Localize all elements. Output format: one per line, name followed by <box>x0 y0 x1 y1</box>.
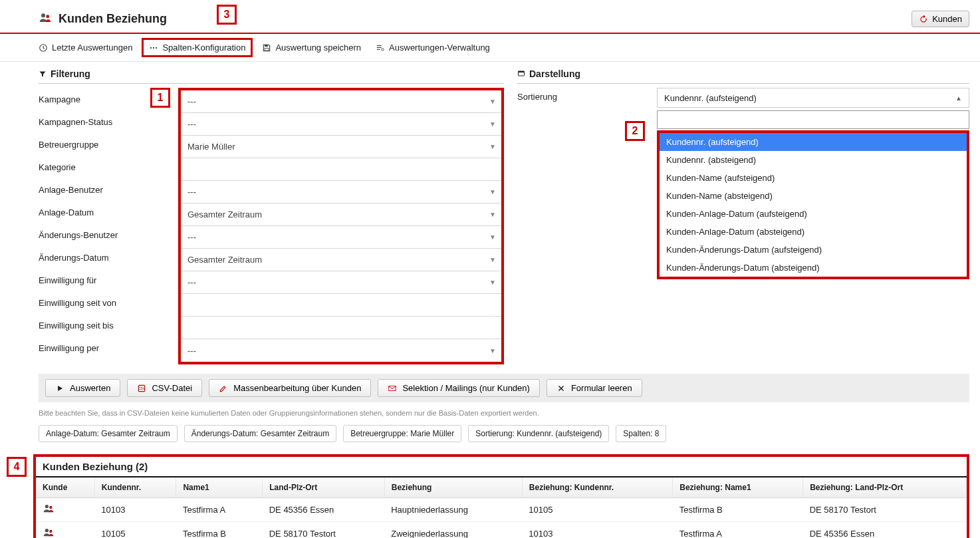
table-header[interactable]: Beziehung: Name1 <box>673 477 803 498</box>
filter-label: Änderungs-Datum <box>39 246 178 269</box>
table-header[interactable]: Kunde <box>36 477 94 498</box>
list-gear-icon <box>376 43 385 53</box>
chevron-down-icon: ▼ <box>489 347 496 354</box>
selection-button[interactable]: Selektion / Mailings (nur Kunden) <box>378 379 540 397</box>
svg-point-0 <box>41 13 45 17</box>
kunden-button[interactable]: Kunden <box>912 11 969 27</box>
people-icon <box>39 12 52 26</box>
toolbar-save-eval[interactable]: Auswertung speichern <box>262 43 361 53</box>
chevron-down-icon: ▼ <box>489 98 496 105</box>
filter-select[interactable]: ---▼ <box>181 226 501 249</box>
display-section-header: Darstellung <box>517 68 969 84</box>
table-cell: Testfirma B <box>673 498 803 522</box>
refresh-icon <box>919 15 928 24</box>
svg-rect-7 <box>265 48 269 51</box>
toolbar-last-eval[interactable]: Letzte Auswertungen <box>39 43 132 53</box>
toolbar: Letzte Auswertungen Spalten-Konfiguratio… <box>0 34 980 62</box>
filter-icon <box>39 70 47 78</box>
sort-option[interactable]: Kundennr. (absteigend) <box>660 151 967 169</box>
toolbar-eval-admin[interactable]: Auswertungen-Verwaltung <box>376 43 490 53</box>
sort-search-input[interactable] <box>658 111 969 128</box>
chevron-down-icon: ▼ <box>489 279 496 286</box>
sort-select[interactable]: Kundennr. (aufsteigend) ▲ <box>657 88 969 108</box>
people-icon <box>43 506 55 516</box>
sort-option[interactable]: Kunden-Änderungs-Datum (aufsteigend) <box>660 241 967 259</box>
filter-chip[interactable]: Betreuergruppe: Marie Müller <box>343 425 461 442</box>
chevron-down-icon: ▼ <box>489 256 496 263</box>
svg-rect-13 <box>519 71 525 72</box>
filter-select[interactable] <box>181 294 501 317</box>
filter-label: Einwilligung seit bis <box>39 314 178 336</box>
svg-point-11 <box>382 48 384 51</box>
clock-icon <box>39 43 48 53</box>
table-header[interactable]: Land-Plz-Ort <box>263 477 385 498</box>
filter-chip[interactable]: Spalten: 8 <box>616 425 666 442</box>
filter-label: Anlage-Benutzer <box>39 178 178 201</box>
filter-select[interactable]: Gesamter Zeitraum▼ <box>181 203 501 226</box>
table-header[interactable]: Kundennr. <box>94 477 176 498</box>
filter-label: Anlage-Datum <box>39 201 178 223</box>
table-cell: Testfirma A <box>176 498 263 522</box>
sort-option[interactable]: Kunden-Anlage-Datum (absteigend) <box>660 223 967 241</box>
evaluate-button[interactable]: Auswerten <box>45 379 120 397</box>
svg-point-5 <box>156 47 157 48</box>
table-header[interactable]: Name1 <box>176 477 263 498</box>
svg-rect-8 <box>377 45 382 45</box>
filter-label: Einwilligung seit von <box>39 291 178 314</box>
chevron-down-icon: ▼ <box>489 120 496 128</box>
sort-option[interactable]: Kunden-Änderungs-Datum (absteigend) <box>660 259 967 277</box>
sort-search[interactable] <box>657 110 969 129</box>
mass-edit-button[interactable]: Massenbearbeitung über Kunden <box>209 379 371 397</box>
table-header[interactable]: Beziehung <box>384 477 522 498</box>
play-icon <box>55 384 64 393</box>
csv-button[interactable]: CSV CSV-Datei <box>127 379 202 397</box>
filter-chip[interactable]: Sortierung: Kundennr. (aufsteigend) <box>468 425 609 442</box>
filter-select[interactable]: ---▼ <box>181 113 501 136</box>
clear-button[interactable]: Formular leeren <box>547 379 642 397</box>
chevron-down-icon: ▼ <box>489 143 496 150</box>
sort-option[interactable]: Kundennr. (aufsteigend) <box>660 133 967 151</box>
filter-select[interactable]: ---▼ <box>181 181 501 203</box>
table-cell: 10105 <box>522 498 672 522</box>
sort-label: Sortierung <box>517 88 657 102</box>
svg-point-17 <box>49 506 52 509</box>
results-title: Kunden Beziehung (2) <box>36 457 967 477</box>
filter-select[interactable]: Gesamter Zeitraum▼ <box>181 249 501 271</box>
filter-label: Änderungs-Benutzer <box>39 223 178 246</box>
table-cell: Hauptniederlassung <box>384 498 522 522</box>
filter-chip[interactable]: Anlage-Datum: Gesamter Zeitraum <box>39 425 178 442</box>
results-table: KundeKundennr.Name1Land-Plz-OrtBeziehung… <box>36 477 967 538</box>
table-cell: DE 58170 Testort <box>263 522 385 539</box>
toolbar-col-config[interactable]: Spalten-Konfiguration <box>142 38 253 57</box>
filter-select[interactable] <box>181 158 501 181</box>
close-icon <box>556 384 566 393</box>
filter-label: Einwilligung für <box>39 269 178 291</box>
table-cell: Testfirma B <box>176 522 263 539</box>
table-cell: DE 45356 Essen <box>803 522 967 539</box>
table-header[interactable]: Beziehung: Kundennr. <box>522 477 672 498</box>
table-row[interactable]: 10103Testfirma ADE 45356 EssenHauptniede… <box>36 498 967 522</box>
filter-select[interactable]: ---▼ <box>181 339 501 362</box>
filter-select[interactable] <box>181 317 501 339</box>
filter-select[interactable]: Marie Müller▼ <box>181 136 501 158</box>
sort-option[interactable]: Kunden-Name (aufsteigend) <box>660 169 967 187</box>
table-row[interactable]: 10105Testfirma BDE 58170 TestortZweignie… <box>36 522 967 539</box>
dots-icon <box>149 43 158 53</box>
table-cell: 10105 <box>94 522 176 539</box>
filter-chip[interactable]: Änderungs-Datum: Gesamter Zeitraum <box>184 425 336 442</box>
mail-icon <box>388 384 397 393</box>
filter-select[interactable]: ---▼ <box>181 271 501 294</box>
filter-select[interactable]: ---▼ <box>181 90 501 113</box>
table-header[interactable]: Beziehung: Land-Plz-Ort <box>803 477 967 498</box>
table-cell: Testfirma A <box>673 522 803 539</box>
filter-label: Kategorie <box>39 156 178 178</box>
results-box: 4 Kunden Beziehung (2) KundeKundennr.Nam… <box>33 454 969 538</box>
page-title: Kunden Beziehung <box>59 12 167 26</box>
sort-option[interactable]: Kunden-Anlage-Datum (aufsteigend) <box>660 205 967 223</box>
table-cell: Zweigniederlassung <box>384 522 522 539</box>
marker-4: 4 <box>7 457 27 477</box>
sort-option[interactable]: Kunden-Name (absteigend) <box>660 187 967 205</box>
csv-icon: CSV <box>137 384 146 393</box>
chevron-down-icon: ▼ <box>489 211 496 218</box>
filter-label: Betreuergruppe <box>39 133 178 156</box>
